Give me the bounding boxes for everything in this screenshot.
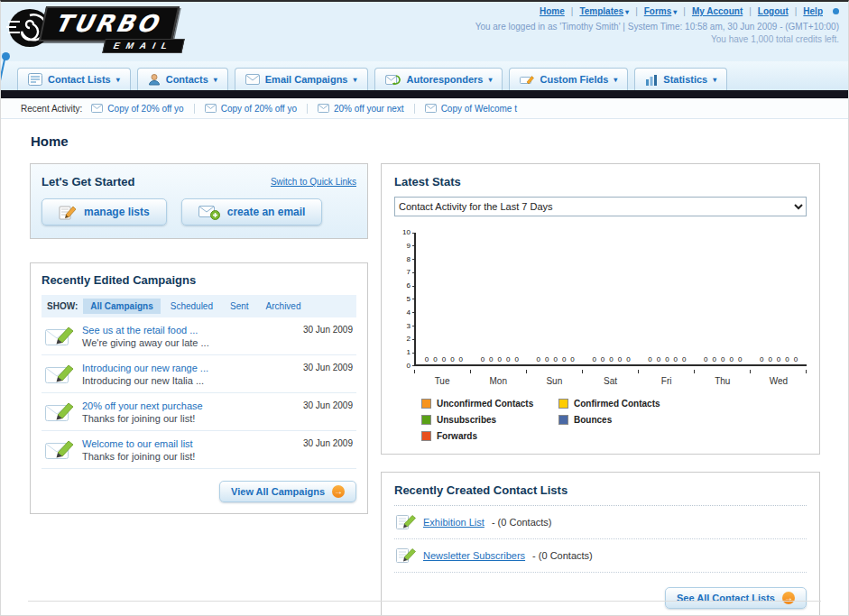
recent-activity-item[interactable]: 20% off your next: [318, 104, 415, 114]
campaign-subtitle: Thanks for joining our list!: [82, 451, 195, 462]
chevron-down-icon: ▾: [116, 76, 120, 84]
switch-quick-links-link[interactable]: Switch to Quick Links: [271, 177, 356, 187]
legend-entry: Bounces: [558, 415, 696, 425]
get-started-panel: Let's Get Started Switch to Quick Links …: [30, 163, 368, 239]
contact-lists-title: Recently Created Contact Lists: [394, 483, 807, 506]
view-all-campaigns-button[interactable]: View All Campaigns →: [219, 481, 356, 502]
chart-bar-group: 00000: [639, 355, 695, 363]
chart-value-label: 0: [729, 355, 733, 363]
top-link-home[interactable]: Home: [533, 6, 571, 16]
campaign-list-item: See us at the retail food ...We're givin…: [42, 317, 356, 355]
login-info-text: You are logged in as 'Timothy Smith' | S…: [475, 22, 839, 32]
envelope-plus-icon: [198, 204, 220, 220]
top-link-templates[interactable]: Templates▾: [573, 6, 635, 16]
recent-activity-item[interactable]: Copy of 20% off yo: [91, 104, 194, 114]
nav-tab-contacts[interactable]: Contacts ▾: [137, 68, 228, 90]
arrow-right-icon: →: [782, 592, 795, 604]
chart-value-label: 0: [794, 355, 798, 363]
legend-entry: Forwards: [421, 431, 558, 441]
campaign-title-link[interactable]: Welcome to our email list: [82, 438, 195, 449]
logo-text-turbo: TURBO: [39, 6, 180, 41]
chart-value-label: 0: [537, 355, 540, 363]
chart-bar-group: 00000: [528, 355, 584, 363]
tab-scheduled[interactable]: Scheduled: [163, 299, 220, 314]
chart-value-label: 0: [498, 355, 502, 363]
chart-x-tick: [639, 370, 695, 373]
chart-x-tick-label: Sat: [582, 376, 638, 386]
envelope-icon: [425, 104, 437, 113]
top-link-logout[interactable]: Logout: [752, 6, 795, 16]
campaign-subtitle: We're giving away our late ...: [82, 337, 209, 348]
chart-x-tick: [583, 370, 639, 373]
main-content: Home Let's Get Started Switch to Quick L…: [1, 119, 848, 616]
nav-tab-email-campaigns[interactable]: Email Campaigns ▾: [235, 68, 368, 90]
chart-value-label: 0: [514, 355, 518, 363]
contact-list-count: - (0 Contacts): [532, 550, 593, 561]
campaign-list-item: 20% off your next purchaseThanks for joi…: [42, 393, 356, 431]
chart-x-tick: [695, 370, 751, 373]
contact-list-count: - (0 Contacts): [492, 517, 552, 528]
top-utility-nav: Home| Templates▾| Forms▾| My Account| Lo…: [475, 6, 839, 16]
top-header: TURBO EMAIL Home| Templates▾| Forms▾| My…: [1, 2, 848, 61]
chevron-down-icon: ▾: [353, 76, 356, 84]
contact-list-item: Newsletter Subscribers - (0 Contacts): [394, 539, 807, 573]
chart-plot-area: 00000000000000000000000000000000000: [414, 233, 807, 366]
chart-y-tick-label: 9: [394, 243, 414, 250]
chart-x-tick-label: Fri: [639, 376, 695, 386]
chart-y-tick-label: 2: [394, 336, 414, 343]
legend-label: Bounces: [574, 415, 612, 425]
nav-divider-bar: [1, 90, 848, 98]
contact-list-link[interactable]: Newsletter Subscribers: [423, 550, 525, 561]
chart-value-label: 0: [425, 355, 429, 363]
chart-bar-group: 00000: [584, 355, 640, 363]
custom-fields-icon: [520, 74, 534, 86]
legend-swatch: [421, 431, 431, 441]
list-pencil-icon: [396, 547, 416, 564]
campaign-title-link[interactable]: See us at the retail food ...: [82, 325, 209, 336]
chart-value-label: 0: [721, 355, 724, 363]
top-link-help[interactable]: Help: [797, 6, 829, 16]
nav-tab-statistics[interactable]: Statistics ▾: [634, 68, 727, 90]
tab-all-campaigns[interactable]: All Campaigns: [83, 299, 160, 314]
chart-value-label: 0: [592, 355, 595, 363]
chart-value-label: 0: [442, 355, 446, 363]
top-link-forms[interactable]: Forms▾: [638, 6, 684, 16]
app-logo: TURBO EMAIL: [6, 5, 183, 53]
chart-value-label: 0: [570, 355, 574, 363]
legend-label: Unconfirmed Contacts: [437, 399, 533, 409]
left-column: Let's Get Started Switch to Quick Links …: [30, 163, 368, 514]
nav-tab-contact-lists[interactable]: Contact Lists ▾: [17, 68, 131, 90]
chart-value-label: 0: [489, 355, 493, 363]
chart-y-tick-label: 0: [394, 363, 414, 370]
recent-activity-item[interactable]: Copy of 20% off yo: [205, 104, 308, 114]
latest-stats-panel: Latest Stats Contact Activity for the La…: [381, 163, 820, 455]
campaign-title-link[interactable]: Introducing our new range ...: [82, 363, 208, 373]
campaign-list-item: Introducing our new range ...Introducing…: [42, 355, 356, 393]
chevron-down-icon: ▾: [614, 76, 617, 84]
help-indicator-dot: [833, 8, 839, 14]
chart-y-tick-label: 7: [394, 269, 414, 276]
chart-value-label: 0: [674, 355, 678, 363]
chart-x-ticks: [414, 370, 807, 373]
nav-tab-autoresponders[interactable]: Autoresponders ▾: [374, 68, 503, 90]
contact-list-link[interactable]: Exhibition List: [423, 517, 484, 528]
nav-tab-custom-fields[interactable]: Custom Fields ▾: [509, 68, 628, 90]
recent-activity-item[interactable]: Copy of Welcome t: [425, 104, 527, 114]
top-link-my-account[interactable]: My Account: [686, 6, 749, 16]
tab-sent[interactable]: Sent: [223, 299, 256, 314]
see-all-contact-lists-button[interactable]: See All Contact Lists →: [665, 587, 807, 609]
chart-x-tick-label: Mon: [470, 376, 526, 386]
chart-y-tick-label: 1: [394, 349, 414, 356]
stats-filter-select[interactable]: Contact Activity for the Last 7 Days: [394, 197, 807, 216]
credits-text: You have 1,000 total credits left.: [475, 34, 839, 44]
chart-y-tick-label: 8: [394, 256, 414, 263]
tab-archived[interactable]: Archived: [259, 299, 309, 314]
envelope-icon: [91, 104, 103, 113]
chart-value-label: 0: [682, 355, 686, 363]
create-email-button[interactable]: create an email: [181, 198, 323, 225]
chart-bar-group: 00000: [695, 355, 751, 363]
campaign-title-link[interactable]: 20% off your next purchase: [82, 400, 203, 411]
get-started-title: Let's Get Started: [42, 175, 135, 188]
manage-lists-button[interactable]: manage lists: [42, 198, 167, 225]
chart-value-label: 0: [545, 355, 549, 363]
